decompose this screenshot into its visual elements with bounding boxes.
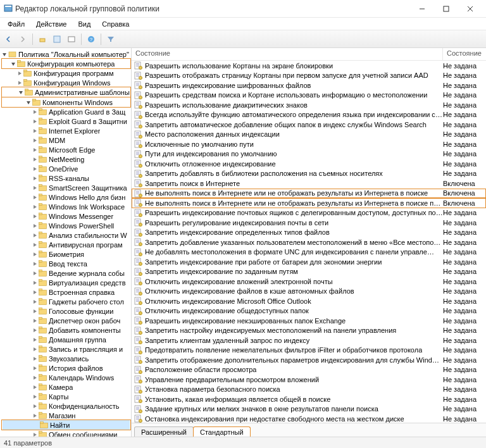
export-button[interactable] (65, 32, 78, 46)
policy-row[interactable]: Запретить отображение дополнительных пар… (132, 355, 486, 365)
menu-action[interactable]: Действие (31, 19, 72, 29)
policy-row[interactable]: Не добавлять местоположения в формате UN… (132, 247, 486, 258)
policy-row[interactable]: Отключить индексирование общедоступных п… (132, 306, 486, 316)
show-hide-button[interactable] (50, 32, 64, 46)
policy-row[interactable]: Установить, какая информация является об… (132, 394, 486, 404)
up-button[interactable] (35, 32, 49, 46)
tree-item[interactable]: Камера (1, 382, 131, 392)
policy-row[interactable]: Всегда используйте функцию автоматическо… (132, 110, 486, 120)
policy-row[interactable]: Запретить поиск в ИнтернетеВключена (132, 178, 486, 189)
policy-row[interactable]: Разрешить средствам поиска и Кортане исп… (132, 90, 486, 101)
tree-item[interactable]: Компоненты Windows (3, 97, 130, 107)
policy-row[interactable]: Разрешить отображать страницу Кортаны пр… (132, 71, 486, 81)
policy-row[interactable]: Не выполнять поиск в Интернете или не от… (132, 189, 486, 199)
menu-file[interactable]: Файл (3, 19, 30, 29)
tree-item[interactable]: OneDrive (1, 164, 131, 173)
tree-item[interactable]: Windows PowerShell (1, 221, 131, 230)
tree-root[interactable]: Политика "Локальный компьютер" (1, 49, 131, 59)
policy-row[interactable]: Остановка индексирования при недостатке … (132, 414, 486, 423)
tree-item[interactable]: Конфигурация компьютера (3, 59, 130, 68)
policy-row[interactable]: Запретить добавлять в библиотеки располо… (132, 169, 486, 179)
policy-row[interactable]: Отключить индексирование файлов в кэше а… (132, 287, 486, 297)
tree-item[interactable]: Голосовые функции (1, 306, 131, 316)
tree-item[interactable]: Магазин (1, 411, 131, 420)
policy-row[interactable]: Разрешить регулирование индексирования п… (132, 218, 486, 228)
policy-row[interactable]: Не выполнять поиск в Интернете или не от… (132, 198, 486, 208)
policy-row[interactable]: Пути для индексирования по умолчаниюНе з… (132, 149, 486, 159)
tree-item[interactable]: Internet Explorer (1, 126, 131, 135)
policy-row[interactable]: Управление предварительным просмотром вл… (132, 375, 486, 385)
tree-item[interactable]: Виртуализация средств (1, 278, 131, 287)
tree-item[interactable]: История файлов (1, 363, 131, 373)
tree-item[interactable]: RSS-каналы (1, 173, 131, 183)
tree-item[interactable]: Домашняя группа (1, 335, 131, 344)
policy-row[interactable]: Запретить настройку индексируемых местоп… (132, 326, 486, 336)
policy-row[interactable]: Исключенные по умолчанию путиНе задана (132, 139, 486, 149)
tree-item[interactable]: Ввод текста (1, 259, 131, 268)
tree-item[interactable]: Запись и трансляция и (1, 344, 131, 354)
tree-item[interactable]: Карты (1, 392, 131, 401)
help-button[interactable]: ? (84, 32, 98, 46)
tree-item[interactable]: Конфигурация программ (1, 68, 131, 78)
tree-item[interactable]: Диспетчер окон рабоч (1, 316, 131, 325)
tree-item[interactable]: Анализ стабильности W (1, 230, 131, 240)
tree-item[interactable]: Windows Messenger (1, 211, 131, 221)
tab-standard[interactable]: Стандартный (193, 426, 251, 437)
tree-item[interactable]: Антивирусная програм (1, 240, 131, 249)
policy-row[interactable]: Запретить автоматическое добавление общи… (132, 120, 486, 130)
tree-item[interactable]: Windows Hello для бизн (1, 192, 131, 202)
policy-row[interactable]: Разрешить индексирование шифрованных фай… (132, 80, 486, 90)
tree-item[interactable]: MDM (1, 135, 131, 145)
close-button[interactable] (458, 0, 482, 17)
policy-row[interactable]: Отключить индексирование Microsoft Offic… (132, 296, 486, 306)
policy-row[interactable]: Установка параметра безопасного поискаНе… (132, 385, 486, 395)
tree-item[interactable]: Exploit Guard в Защитни (1, 116, 131, 126)
minimize-button[interactable] (410, 0, 434, 17)
policy-row[interactable]: Место расположения данных индексацииНе з… (132, 130, 486, 140)
policy-row[interactable]: Расположение области просмотраНе задана (132, 365, 486, 375)
policy-row[interactable]: Разрешить использование Кортаны на экран… (132, 61, 486, 71)
policy-row[interactable]: Разрешить индексирование некэшированных … (132, 316, 486, 326)
tree-item[interactable]: SmartScreen Защитника (1, 183, 131, 192)
tree-item[interactable]: Найти (3, 420, 130, 430)
forward-button[interactable] (16, 32, 30, 46)
tree-item[interactable]: Гаджеты рабочего стол (1, 297, 131, 306)
list-body[interactable]: Разрешить использование Кортаны на экран… (132, 61, 486, 423)
policy-row[interactable]: Запретить индексирование при работе от б… (132, 257, 486, 267)
tab-extended[interactable]: Расширенный (134, 426, 194, 437)
policy-row[interactable]: Предотвратить появление нежелательных фи… (132, 345, 486, 356)
tree-item[interactable]: Обмен сообщениями (1, 430, 131, 437)
tree-item[interactable]: Конфиденциальность (1, 401, 131, 411)
column-state[interactable]: Состояние (132, 48, 443, 60)
tree-item[interactable]: Ведение журнала собы (1, 268, 131, 278)
tree-item[interactable]: Календарь Windows (1, 373, 131, 382)
svg-rect-163 (136, 201, 139, 201)
tree-item[interactable]: Звукозапись (1, 354, 131, 363)
policy-row[interactable]: Запретить индексирование по заданным пут… (132, 267, 486, 277)
tree-item[interactable]: Конфигурация Windows (1, 78, 131, 87)
tree-pane[interactable]: Политика "Локальный компьютер"Конфигурац… (0, 48, 132, 437)
policy-row[interactable]: Запретить клиентам удаленный запрос по и… (132, 335, 486, 345)
maximize-button[interactable] (434, 0, 458, 17)
tree-item[interactable]: Встроенная справка (1, 287, 131, 297)
policy-row[interactable]: Запретить добавление указанных пользоват… (132, 237, 486, 247)
tree-item[interactable]: Биометрия (1, 249, 131, 259)
policy-row[interactable]: Запретить индексирование определенных ти… (132, 228, 486, 238)
menu-view[interactable]: Вид (73, 19, 96, 29)
tree-item[interactable]: Windows Ink Workspace (1, 202, 131, 211)
policy-row[interactable]: Отключить индексирование вложений электр… (132, 277, 486, 287)
tree-item[interactable]: Административные шаблоны (3, 87, 130, 97)
column-state2[interactable]: Состояние (443, 48, 486, 60)
policy-row[interactable]: Задание крупных или мелких значков в окн… (132, 404, 486, 414)
tree-item[interactable]: Microsoft Edge (1, 145, 131, 154)
tree-item[interactable]: Добавить компоненты (1, 325, 131, 335)
list-header[interactable]: Состояние Состояние (132, 48, 486, 61)
filter-button[interactable] (104, 32, 118, 46)
back-button[interactable] (1, 32, 15, 46)
policy-row[interactable]: Отключить отложенное индексированиеНе за… (132, 159, 486, 169)
tree-item[interactable]: Application Guard в Защ (1, 107, 131, 116)
policy-row[interactable]: Разрешить индексирование почтовых ящиков… (132, 208, 486, 218)
menu-help[interactable]: Справка (97, 19, 134, 29)
tree-item[interactable]: NetMeeting (1, 154, 131, 164)
policy-row[interactable]: Разрешить использование диакритических з… (132, 100, 486, 110)
